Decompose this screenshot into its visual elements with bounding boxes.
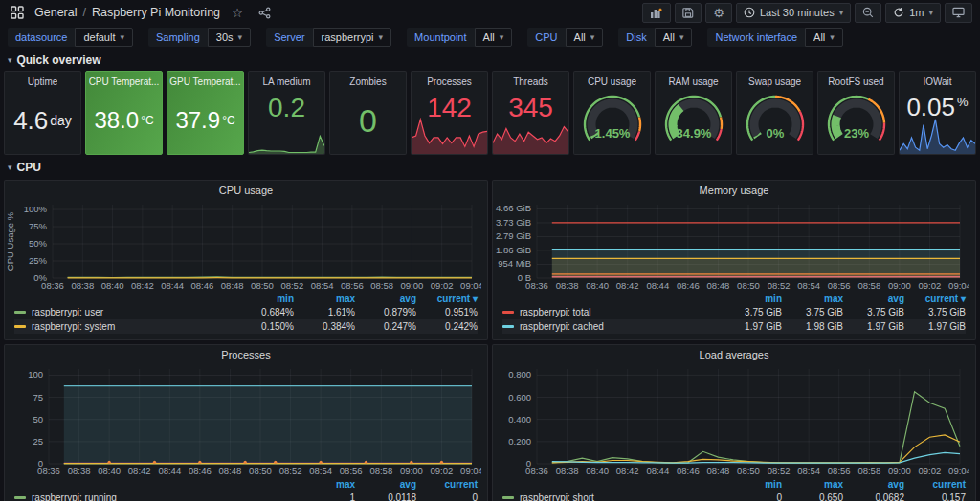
panel-title[interactable]: Processes: [5, 345, 487, 361]
variable-mountpoint[interactable]: MountpointAll▾: [407, 28, 512, 47]
legend-column-avg[interactable]: avg: [843, 294, 904, 304]
legend-column-current[interactable]: current: [416, 479, 478, 490]
legend-series-toggle[interactable]: raspberrypi: running: [14, 492, 294, 501]
legend-series-toggle[interactable]: raspberrypi: user: [14, 307, 233, 317]
save-dashboard-button[interactable]: [675, 3, 702, 23]
variable-sampling[interactable]: Sampling30s▾: [148, 28, 251, 47]
series-name: raspberrypi: running: [32, 492, 117, 501]
legend-column-current[interactable]: current ▾: [904, 294, 966, 304]
refresh-picker[interactable]: 1m ▾: [885, 3, 941, 23]
legend-column-avg[interactable]: avg: [355, 479, 416, 490]
breadcrumb-section[interactable]: General: [34, 6, 77, 19]
time-range-picker[interactable]: Last 30 minutes ▾: [736, 3, 851, 23]
favorite-star-icon[interactable]: ☆: [228, 3, 247, 22]
panel-processes[interactable]: Processes025507510008:3608:3808:4008:420…: [4, 344, 488, 501]
chart-cpu-usage[interactable]: 0%25%50%75%100%08:3608:3808:4008:4208:44…: [5, 197, 481, 293]
stat-panel-gpu-temperat[interactable]: GPU Temperat...37.9°C: [167, 71, 244, 155]
stat-panel-la-medium[interactable]: LA medium0.2: [248, 71, 325, 155]
chart-memory-usage[interactable]: 0 B954 MiB1.86 GiB2.79 GiB3.73 GiB4.66 G…: [493, 197, 969, 293]
legend-value: 0: [721, 492, 782, 501]
legend-column-max[interactable]: max: [294, 479, 355, 490]
stat-title[interactable]: Zombies: [349, 76, 386, 87]
variable-server[interactable]: Serverraspberrypi▾: [266, 28, 391, 47]
svg-text:08:48: 08:48: [219, 466, 242, 476]
stat-value: 4.6: [13, 108, 48, 133]
panel-cpu-usage[interactable]: CPU usage0%25%50%75%100%08:3608:3808:400…: [4, 180, 488, 340]
panel-title[interactable]: Memory usage: [493, 181, 975, 197]
variable-value-dropdown[interactable]: All▾: [655, 28, 693, 47]
chevron-down-icon: ▾: [8, 55, 12, 65]
section-cpu[interactable]: ▾ CPU: [4, 159, 976, 176]
variable-value-dropdown[interactable]: All▾: [566, 28, 604, 47]
panel-load-averages[interactable]: Load averages00.2000.4000.6000.80008:360…: [492, 344, 976, 501]
chart-load-averages[interactable]: 00.2000.4000.6000.80008:3608:3808:4008:4…: [493, 361, 969, 478]
variable-datasource[interactable]: datasourcedefault▾: [8, 28, 133, 47]
variable-disk[interactable]: DiskAll▾: [618, 28, 692, 47]
variable-label: Sampling: [148, 28, 208, 47]
legend-row: raspberrypi: short00.6500.06820.157: [502, 490, 966, 501]
panel-title[interactable]: CPU usage: [5, 181, 487, 197]
legend-column-avg[interactable]: avg: [843, 479, 904, 490]
legend-value: 0.150%: [233, 321, 294, 332]
legend-column-min[interactable]: min: [721, 294, 782, 304]
stat-panel-iowait[interactable]: IOWait0.05%: [899, 71, 976, 155]
panel-memory-usage[interactable]: Memory usage0 B954 MiB1.86 GiB2.79 GiB3.…: [492, 180, 976, 340]
svg-text:2.79 GiB: 2.79 GiB: [496, 230, 531, 241]
dashboards-grid-icon[interactable]: [8, 3, 27, 22]
zoom-out-time-button[interactable]: [855, 3, 881, 23]
stat-title[interactable]: Threads: [513, 76, 548, 87]
stat-title[interactable]: RAM usage: [668, 76, 718, 87]
legend-series-toggle[interactable]: raspberrypi: cached: [502, 321, 721, 332]
svg-text:09:02: 09:02: [431, 466, 454, 476]
legend-column-min[interactable]: min: [233, 294, 294, 304]
legend-series-toggle[interactable]: raspberrypi: system: [14, 321, 233, 332]
series-color-swatch: [502, 325, 514, 328]
variable-value-dropdown[interactable]: 30s▾: [208, 28, 251, 47]
stat-title[interactable]: GPU Temperat...: [169, 76, 240, 87]
dashboard-settings-button[interactable]: ⚙: [705, 3, 732, 23]
stat-panel-swap-usage[interactable]: Swap usage0%: [736, 71, 813, 155]
stat-title[interactable]: Uptime: [28, 76, 58, 87]
svg-text:09:04: 09:04: [948, 280, 969, 291]
kiosk-mode-button[interactable]: [945, 3, 972, 23]
share-icon[interactable]: [255, 3, 274, 22]
legend-column-max[interactable]: max: [782, 479, 843, 490]
stat-title[interactable]: IOWait: [923, 76, 951, 87]
legend-column-current[interactable]: current: [904, 479, 966, 490]
legend-series-toggle[interactable]: raspberrypi: total: [502, 307, 721, 317]
variable-value-dropdown[interactable]: raspberrypi▾: [313, 28, 392, 47]
variable-network-interface[interactable]: Network interfaceAll▾: [707, 28, 842, 47]
stat-title[interactable]: CPU Temperat...: [89, 76, 160, 87]
stat-title[interactable]: CPU usage: [588, 76, 636, 87]
stat-panel-rootfs-used[interactable]: RootFS used23%: [817, 71, 895, 155]
stat-title[interactable]: Processes: [427, 76, 472, 87]
panel-title[interactable]: Load averages: [493, 345, 975, 361]
legend-column-current[interactable]: current ▾: [416, 294, 478, 304]
legend-value: 1.97 GiB: [904, 321, 966, 332]
chart-processes[interactable]: 025507510008:3608:3808:4008:4208:4408:46…: [5, 361, 481, 478]
stat-title[interactable]: RootFS used: [828, 76, 883, 87]
variable-value-dropdown[interactable]: default▾: [75, 28, 133, 47]
legend-column-max[interactable]: max: [782, 294, 843, 304]
stat-panel-zombies[interactable]: Zombies0: [329, 71, 407, 155]
legend-series-toggle[interactable]: raspberrypi: short: [502, 492, 721, 501]
stat-title[interactable]: LA medium: [262, 76, 310, 87]
variable-cpu[interactable]: CPUAll▾: [527, 28, 603, 47]
stat-panel-threads[interactable]: Threads345: [492, 71, 569, 155]
legend-column-min[interactable]: min: [721, 479, 782, 490]
stat-panel-cpu-temperat[interactable]: CPU Temperat...38.0°C: [85, 71, 163, 155]
legend-column-avg[interactable]: avg: [355, 294, 416, 304]
svg-text:50: 50: [33, 414, 43, 425]
stat-panel-cpu-usage[interactable]: CPU usage1.45%: [573, 71, 651, 155]
svg-text:08:52: 08:52: [768, 466, 791, 476]
variable-value-dropdown[interactable]: All▾: [805, 28, 843, 47]
section-quick-overview[interactable]: ▾ Quick overview: [4, 52, 976, 69]
dashboard-title[interactable]: Raspberry Pi Monitoring: [92, 6, 220, 19]
legend-column-max[interactable]: max: [294, 294, 355, 304]
stat-panel-uptime[interactable]: Uptime4.6day: [4, 71, 81, 155]
add-panel-button[interactable]: [642, 3, 671, 23]
stat-panel-ram-usage[interactable]: RAM usage34.9%: [655, 71, 732, 155]
stat-title[interactable]: Swap usage: [748, 76, 801, 87]
stat-panel-processes[interactable]: Processes142: [411, 71, 488, 155]
variable-value-dropdown[interactable]: All▾: [475, 28, 513, 47]
